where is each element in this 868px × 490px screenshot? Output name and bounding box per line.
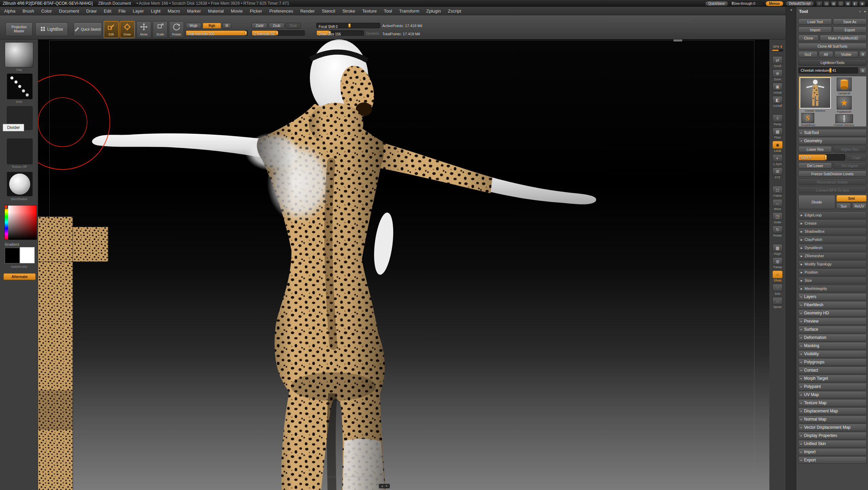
rgb-intensity-slider[interactable]: Rgb Intensity 100 — [186, 30, 248, 36]
shelf-toggle[interactable]: ◍ Transp — [772, 257, 783, 269]
move-mode-button[interactable]: Move — [136, 21, 151, 38]
tool-r-button[interactable]: R — [859, 67, 867, 74]
tool-section-header[interactable]: ▸ Unified Skin — [798, 440, 867, 447]
geometry-section-header[interactable]: ▾ Geometry — [798, 137, 867, 145]
hue-strip[interactable] — [5, 206, 8, 240]
menu-item[interactable]: Tool — [384, 9, 392, 14]
menu-item[interactable]: Render — [300, 9, 315, 14]
default-zscript-button[interactable]: DefaultZScript — [786, 1, 814, 6]
current-tool-slider[interactable]: Cheetah retexture.41 — [798, 67, 858, 74]
shelf-toggle[interactable]: ⇄ Scroll — [772, 56, 783, 68]
tray-collapse-icon[interactable]: ◄ — [789, 8, 792, 12]
menu-item[interactable]: Edit — [104, 9, 111, 14]
reconstruct-subdiv-button[interactable]: Reconstruct Subdiv — [798, 179, 867, 185]
spix-track[interactable] — [772, 49, 783, 51]
zadd-toggle[interactable]: Zadd — [252, 23, 267, 29]
document-canvas[interactable]: ▲ ▼ — [38, 39, 769, 490]
tool-thumbnail-active[interactable] — [800, 77, 831, 109]
main-color-swatch[interactable] — [5, 248, 20, 263]
shelf-toggle[interactable]: ⊕ Zoom — [772, 69, 783, 81]
canvas-scrollbar[interactable]: ▲ ▼ — [379, 484, 390, 488]
geometry-subsection-header[interactable]: ▸ ClayPolish — [798, 236, 867, 243]
tool-section-header[interactable]: ▸ Deformation — [798, 334, 867, 341]
zcut-toggle[interactable]: Zcut — [286, 23, 301, 29]
gradient-label[interactable]: Gradient — [0, 242, 38, 246]
tool-section-header[interactable]: ▸ Polypaint — [798, 383, 867, 390]
geometry-subsection-header[interactable]: ▸ MeshIntegrity — [798, 285, 867, 292]
titlebar-icon[interactable]: ◉ — [859, 1, 865, 6]
menu-item[interactable]: Light — [151, 9, 161, 14]
goz-visible-button[interactable]: Visible — [834, 51, 858, 58]
shelf-toggle[interactable]: ○ Ghost — [772, 271, 783, 282]
shelf-toggle[interactable]: ◳ Scale — [772, 212, 783, 224]
lightbox-button[interactable]: LightBox — [35, 22, 68, 36]
menu-item[interactable]: Material — [208, 9, 224, 14]
goz-button[interactable]: GoZ — [798, 51, 818, 58]
rotate-mode-button[interactable]: Rotate — [169, 21, 184, 38]
shelf-toggle[interactable]: ◉ Local — [772, 141, 783, 152]
tool-thumbnail-simplebrush[interactable]: S — [801, 113, 814, 123]
goz-r-button[interactable]: R — [859, 51, 867, 58]
tool-section-header[interactable]: ▸ Displacement Map — [798, 407, 867, 415]
tool-section-header[interactable]: ▸ Texture Map — [798, 399, 867, 407]
current-brush-thumbnail[interactable] — [5, 42, 33, 67]
titlebar-icon[interactable]: ▤ — [823, 1, 830, 6]
sdiv-slider[interactable]: SDiv 6 — [798, 154, 845, 161]
tool-thumbnail-polymesh3d[interactable]: ★ — [837, 96, 852, 110]
titlebar-icon[interactable]: ◐ — [816, 1, 822, 6]
quick-sketch-button[interactable]: Quick Sketch — [73, 22, 102, 36]
shelf-toggle[interactable]: ⊞ XYZ — [772, 167, 783, 179]
alternate-button[interactable]: Alternate — [3, 273, 36, 280]
higher-res-button[interactable]: Higher Res — [833, 146, 867, 152]
geometry-subsection-header[interactable]: ▸ ShadowBox — [798, 228, 867, 235]
see-through-slider[interactable]: See-through 0 — [731, 1, 763, 6]
menu-item[interactable]: Document — [59, 9, 79, 14]
menu-item[interactable]: Color — [41, 9, 52, 14]
shelf-toggle[interactable]: ◊ Persp — [772, 114, 783, 126]
canvas-top-scroll-handle[interactable] — [673, 39, 682, 42]
menu-item[interactable]: Alpha — [4, 9, 15, 14]
tool-section-header[interactable]: ▸ Morph Target — [798, 375, 867, 382]
focal-shift-slider[interactable]: Focal Shift 0 — [316, 23, 380, 28]
palette-circle-icon[interactable]: ◐ — [859, 10, 861, 13]
menu-item[interactable]: Layer — [133, 9, 144, 14]
current-texture-thumbnail[interactable] — [7, 138, 33, 164]
tool-section-header[interactable]: ▸ Vector Displacement Map — [798, 424, 867, 431]
convert-bpr-button[interactable]: Convert BPR To Geo — [798, 187, 867, 193]
tool-section-header[interactable]: ▸ Preview — [798, 317, 867, 325]
tool-section-header[interactable]: ▸ Export — [798, 456, 867, 464]
secondary-color-swatch[interactable] — [20, 247, 35, 263]
import-button[interactable]: Import — [798, 27, 832, 33]
tool-section-header[interactable]: ▸ Surface — [798, 326, 867, 333]
menu-item[interactable]: Transform — [399, 9, 419, 14]
shelf-toggle[interactable]: ↔ Move — [772, 199, 783, 211]
shelf-toggle[interactable]: ▦ Floor — [772, 128, 783, 139]
menus-toggle[interactable]: Menus — [766, 1, 783, 6]
save-as-button[interactable]: Save As — [833, 18, 867, 25]
shelf-toggle[interactable]: ↻ Rotate — [772, 226, 783, 237]
menu-item[interactable]: Preferences — [269, 9, 293, 14]
cage-button[interactable]: Cage — [846, 154, 867, 161]
shelf-toggle[interactable]: ◌ Solo — [772, 284, 783, 295]
geometry-subsection-header[interactable]: ▸ Modify Topology — [798, 260, 867, 268]
projection-master-button[interactable]: Projection Master — [5, 22, 33, 36]
dynamic-toggle[interactable]: Dynamic — [366, 32, 379, 35]
geometry-subsection-header[interactable]: ▸ Size — [798, 277, 867, 284]
titlebar-icon[interactable]: ▦ — [831, 1, 837, 6]
draw-size-slider[interactable]: Draw Size 156 — [316, 30, 364, 36]
reuv-button[interactable]: ReUV — [852, 203, 867, 209]
tool-section-header[interactable]: ▸ Import — [798, 448, 867, 456]
switchcolor-caption[interactable]: SwitchColor — [0, 265, 38, 268]
current-material-thumbnail[interactable] — [7, 172, 33, 196]
subtool-section-header[interactable]: ▸ SubTool — [798, 129, 867, 136]
titlebar-icon[interactable]: ◫ — [838, 1, 844, 6]
tool-thumbnail-cylinder3d[interactable] — [837, 78, 852, 91]
menu-item[interactable]: Texture — [362, 9, 377, 14]
shelf-toggle[interactable]: ◻ Frame — [772, 186, 783, 197]
clone-all-subtools-button[interactable]: Clone All SubTools — [798, 43, 867, 49]
m-toggle[interactable]: M — [222, 23, 231, 29]
tool-section-header[interactable]: ▸ Normal Map — [798, 415, 867, 423]
shelf-toggle[interactable]: ▣ Actual — [772, 83, 783, 94]
export-button[interactable]: Export — [833, 27, 867, 33]
shelf-toggle[interactable]: ◧ AAHalf — [772, 96, 783, 108]
